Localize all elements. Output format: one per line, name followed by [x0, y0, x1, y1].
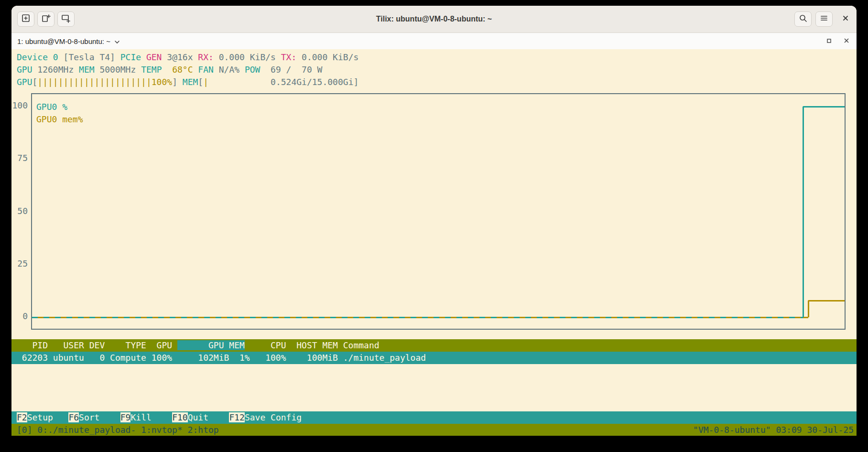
- gpu-utilization-chart: GPU0 %GPU0 mem% 1007550250: [11, 91, 857, 333]
- search-icon: [799, 14, 807, 24]
- add-terminal-down-icon: [61, 13, 71, 25]
- tab-close-button[interactable]: [840, 33, 853, 49]
- y-tick-label: 25: [11, 258, 28, 270]
- add-session-icon: [21, 13, 31, 25]
- menu-button[interactable]: [815, 11, 833, 27]
- chart-line-segment: [803, 107, 804, 317]
- tabbar: 1: ubuntu@VM-0-8-ubuntu: ~: [11, 33, 857, 50]
- terminal-tab[interactable]: 1: ubuntu@VM-0-8-ubuntu: ~: [17, 33, 120, 49]
- gpu-mem-bars-line: GPU[||||||||||||||||||||||100%] MEM[| 0.…: [17, 76, 358, 88]
- close-icon: [842, 15, 849, 23]
- add-terminal-right-icon: [41, 13, 51, 25]
- device-info-line: Device 0 [Tesla T4] PCIe GEN 3@16x RX: 0…: [17, 51, 358, 64]
- add-terminal-down-button[interactable]: [57, 11, 75, 27]
- chart-line-segment: [808, 300, 845, 301]
- chart-line-segment: [803, 106, 845, 108]
- y-tick-label: 100: [11, 99, 28, 112]
- gpu-stats-line: GPU 1260MHz MEM 5000MHz TEMP 68°C FAN N/…: [17, 64, 322, 76]
- maximize-icon: [826, 37, 832, 45]
- tmux-status-bar: [0] 0:./minute_payload- 1:nvtop* 2:htop …: [11, 424, 857, 436]
- search-button[interactable]: [794, 11, 812, 27]
- tab-maximize-button[interactable]: [823, 33, 835, 49]
- add-terminal-right-button[interactable]: [37, 11, 54, 27]
- tmux-window-list[interactable]: [0] 0:./minute_payload- 1:nvtop* 2:htop: [17, 424, 219, 436]
- menu-icon: [820, 14, 828, 24]
- add-session-button[interactable]: [17, 11, 34, 27]
- y-tick-label: 0: [11, 310, 28, 323]
- process-table-header: PID USER DEV TYPE GPU GPU MEM CPU HOST M…: [11, 339, 857, 352]
- window-title: Tilix: ubuntu@VM-0-8-ubuntu: ~: [11, 6, 857, 32]
- tmux-host-clock: "VM-0-8-ubuntu" 03:09 30-Jul-25: [693, 424, 854, 436]
- chart-line-segment: [32, 317, 803, 318]
- function-key-bar: F2Setup F6Sort F9Kill F10Quit F12Save Co…: [11, 411, 857, 424]
- tab-label: 1: ubuntu@VM-0-8-ubuntu: ~: [17, 37, 110, 45]
- close-icon: [844, 37, 849, 45]
- chart-line-segment: [808, 301, 809, 317]
- process-table-row[interactable]: 62203 ubuntu 0 Compute 100% 102MiB 1% 10…: [11, 352, 857, 364]
- titlebar: Tilix: ubuntu@VM-0-8-ubuntu: ~: [11, 6, 857, 33]
- y-tick-label: 50: [11, 205, 28, 217]
- chart-plot-area: GPU0 %GPU0 mem%: [31, 93, 846, 330]
- y-tick-label: 75: [11, 152, 28, 164]
- legend-entry: GPU0 mem%: [36, 113, 83, 126]
- terminal-viewport[interactable]: Device 0 [Tesla T4] PCIe GEN 3@16x RX: 0…: [11, 49, 857, 436]
- tilix-window: Tilix: ubuntu@VM-0-8-ubuntu: ~ 1: ubunt: [11, 6, 857, 436]
- legend-entry: GPU0 %: [36, 101, 67, 113]
- window-close-button[interactable]: [838, 12, 853, 26]
- chevron-down-icon: [114, 37, 120, 45]
- screen: Tilix: ubuntu@VM-0-8-ubuntu: ~ 1: ubunt: [0, 0, 868, 452]
